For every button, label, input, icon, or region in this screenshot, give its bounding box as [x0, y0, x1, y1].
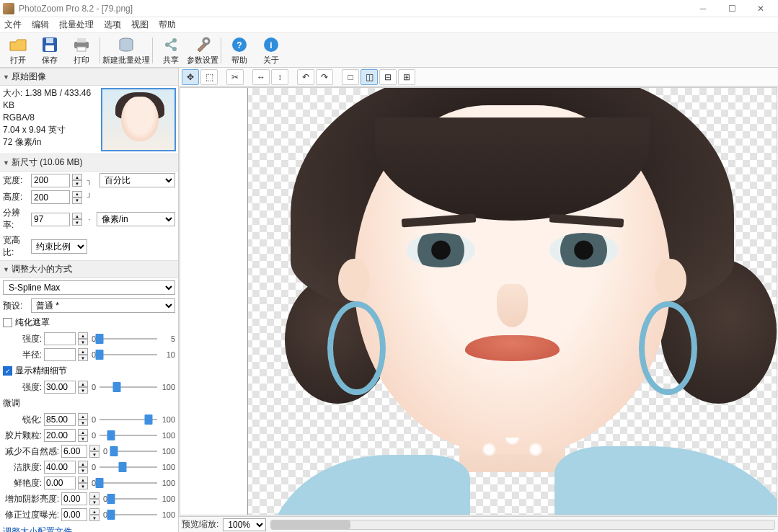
height-label: 高度:: [3, 191, 29, 203]
resolution-input[interactable]: [31, 213, 70, 226]
intensity-spinner[interactable]: ▲▼: [78, 381, 88, 394]
flip-h-button[interactable]: ↔: [252, 69, 270, 85]
about-button[interactable]: i 关于: [256, 35, 286, 66]
intensity-input[interactable]: [44, 381, 76, 394]
sharp-spinner[interactable]: ▲▼: [78, 413, 88, 426]
grain-spinner[interactable]: ▲▼: [78, 429, 88, 442]
exposure-input[interactable]: [61, 508, 87, 521]
link-aspect-icon[interactable]: ┐: [84, 174, 94, 186]
vivid-input[interactable]: [44, 476, 76, 489]
intensity-label: 强度:: [3, 381, 42, 394]
menu-options[interactable]: 选项: [104, 19, 121, 31]
preview-original-pane: [180, 88, 248, 515]
save-button[interactable]: 保存: [35, 35, 65, 66]
link-aspect-icon2[interactable]: ┘: [84, 192, 94, 203]
resize-method-header[interactable]: 调整大小的方式: [0, 260, 178, 278]
share-button[interactable]: 共享: [156, 35, 186, 66]
menu-view[interactable]: 视图: [131, 19, 149, 31]
view-single-button[interactable]: □: [342, 69, 359, 85]
flip-v-button[interactable]: ↕: [271, 69, 288, 85]
intensity-slider[interactable]: [100, 381, 157, 393]
height-input[interactable]: [31, 190, 70, 204]
resolution-spinner[interactable]: ▲▼: [72, 213, 82, 226]
artifact-slider[interactable]: [111, 445, 157, 457]
svg-rect-2: [46, 38, 53, 43]
shadow-slider[interactable]: [111, 493, 157, 505]
finetune-header: 微调: [0, 395, 178, 412]
rotate-right-button[interactable]: ↷: [316, 69, 333, 85]
preferences-button[interactable]: 参数设置: [187, 35, 218, 66]
new-batch-button[interactable]: 新建批量处理: [103, 35, 149, 66]
preset-select[interactable]: 普通 *: [31, 298, 175, 313]
svg-text:i: i: [270, 40, 272, 50]
svg-rect-5: [77, 47, 86, 51]
status-bar: 预览缩放: 100%: [179, 516, 778, 532]
strength-input[interactable]: [44, 332, 76, 345]
crop-tool[interactable]: ✂: [226, 69, 244, 85]
radius-slider[interactable]: [100, 349, 157, 360]
puremask-label: 纯化遮罩: [15, 316, 50, 329]
radius-label: 半径:: [3, 349, 42, 361]
skin-spinner[interactable]: ▲▼: [78, 461, 88, 474]
artifact-spinner[interactable]: ▲▼: [89, 445, 100, 458]
new-size-header[interactable]: 新尺寸 (10.06 MB): [0, 154, 178, 172]
algorithm-select[interactable]: S-Spline Max: [3, 280, 175, 295]
strength-slider[interactable]: [100, 333, 157, 345]
maximize-button[interactable]: ☐: [717, 1, 746, 17]
width-spinner[interactable]: ▲▼: [72, 174, 82, 187]
svg-text:?: ?: [237, 40, 242, 50]
print-button[interactable]: 打印: [66, 35, 97, 66]
aspect-select[interactable]: 约束比例: [31, 239, 87, 254]
minimize-button[interactable]: ─: [689, 1, 717, 17]
menu-edit[interactable]: 编辑: [32, 19, 49, 31]
skin-input[interactable]: [44, 461, 76, 474]
menu-batch[interactable]: 批量处理: [59, 19, 94, 31]
menu-help[interactable]: 帮助: [159, 19, 176, 31]
horizontal-scrollbar[interactable]: [270, 520, 775, 530]
height-spinner[interactable]: ▲▼: [72, 191, 82, 204]
artifact-input[interactable]: [61, 445, 87, 458]
showdetail-checkbox[interactable]: ✓: [3, 366, 12, 376]
exposure-slider[interactable]: [111, 509, 157, 520]
close-button[interactable]: ✕: [746, 1, 775, 17]
vivid-slider[interactable]: [100, 477, 157, 489]
vivid-spinner[interactable]: ▲▼: [78, 476, 88, 489]
view-quad-button[interactable]: ⊞: [398, 69, 415, 85]
rotate-left-button[interactable]: ↶: [297, 69, 314, 85]
canvas-area: ✥ ⬚ ✂ ↔ ↕ ↶ ↷ □ ◫ ⊟ ⊞: [179, 68, 778, 532]
share-icon: [162, 35, 180, 54]
resize-profile-link[interactable]: 调整大小配置文件...: [0, 523, 178, 532]
menu-file[interactable]: 文件: [4, 19, 22, 31]
radius-spinner[interactable]: ▲▼: [78, 348, 88, 361]
view-split-v-button[interactable]: ◫: [361, 69, 378, 85]
preview-viewport[interactable]: [180, 87, 777, 515]
svg-rect-4: [77, 38, 86, 43]
skin-slider[interactable]: [100, 461, 157, 473]
shadow-input[interactable]: [61, 492, 87, 505]
pan-tool[interactable]: ✥: [182, 69, 199, 85]
res-link-icon[interactable]: ·: [84, 213, 94, 225]
thumbnail-navigator[interactable]: [101, 88, 176, 151]
puremask-checkbox[interactable]: [3, 318, 12, 327]
view-split-h-button[interactable]: ⊟: [379, 69, 397, 85]
exposure-spinner[interactable]: ▲▼: [89, 508, 100, 521]
titlebar: PhotoZoom Pro 8.2 - [79.png] ─ ☐ ✕: [0, 0, 778, 17]
size-unit-select[interactable]: 百分比: [100, 173, 175, 187]
sharp-label: 锐化:: [3, 414, 42, 426]
grain-input[interactable]: [44, 429, 76, 442]
original-image-header[interactable]: 原始图像: [0, 68, 178, 86]
select-tool[interactable]: ⬚: [200, 69, 218, 85]
shadow-spinner[interactable]: ▲▼: [89, 492, 100, 505]
radius-input[interactable]: [44, 348, 76, 361]
sharp-slider[interactable]: [100, 414, 157, 425]
sharp-input[interactable]: [44, 413, 76, 426]
zoom-select[interactable]: 100%: [223, 518, 266, 531]
width-input[interactable]: [31, 174, 70, 187]
open-button[interactable]: 打开: [3, 35, 33, 66]
help-button[interactable]: ? 帮助: [224, 35, 255, 66]
resolution-unit-select[interactable]: 像素/in: [97, 212, 175, 226]
grain-slider[interactable]: [100, 430, 157, 441]
strength-spinner[interactable]: ▲▼: [78, 332, 88, 345]
database-icon: [117, 35, 136, 54]
canvas-toolbar: ✥ ⬚ ✂ ↔ ↕ ↶ ↷ □ ◫ ⊟ ⊞: [179, 68, 778, 87]
